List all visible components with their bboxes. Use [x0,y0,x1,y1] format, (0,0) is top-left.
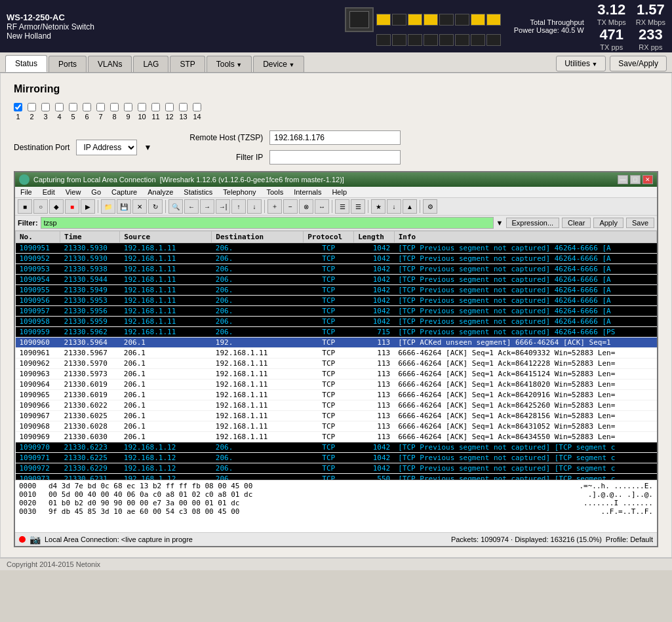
save-filter-button[interactable]: Save [626,218,654,228]
table-row[interactable]: 109097021330.6223192.168.1.12206.TCP1042… [16,442,657,453]
port-checkbox-1[interactable]: 1 [14,103,22,121]
menu-statistics[interactable]: Statistics [181,187,215,197]
port-checkbox-2[interactable]: 2 [28,103,36,121]
tb-new[interactable]: ■ [18,199,32,214]
tab-status[interactable]: Status [5,55,47,72]
port-cell [439,14,454,26]
table-row[interactable]: 109097221330.6229192.168.1.12206.TCP1042… [16,463,657,474]
tb-zoom-out[interactable]: − [283,199,298,214]
port-checkbox-9[interactable]: 9 [124,103,132,121]
clear-button[interactable]: Clear [562,218,591,228]
port-checkbox-13[interactable]: 13 [179,103,188,121]
tb-settings[interactable]: ⚙ [423,199,437,214]
filter-input[interactable]: tzsp [41,217,494,229]
tb-open-file[interactable]: 📁 [101,199,115,214]
port-checkbox-7[interactable]: 7 [96,103,105,121]
table-row[interactable]: 109096521330.6019206.1192.168.1.11TCP113… [16,390,657,400]
table-row[interactable]: 109096921330.6030206.1192.168.1.11TCP113… [16,432,657,442]
menu-capture[interactable]: Capture [109,187,140,197]
expression-button[interactable]: Expression... [506,218,560,228]
form-section: Destination Port IP Address Port 1 Port … [14,130,658,165]
tb-save[interactable]: ◆ [49,199,64,214]
table-row[interactable]: 109096121330.5967206.1192.168.1.11TCP113… [16,348,657,359]
menu-telephony[interactable]: Telephony [220,187,258,197]
tb-colorize[interactable]: ★ [371,199,385,214]
tb-down[interactable]: ↓ [247,199,262,214]
table-row[interactable]: 109096421330.6019206.1192.168.1.11TCP113… [16,379,657,390]
wireshark-filterbar: Filter: tzsp ▼ Expression... Clear Apply… [15,216,657,231]
tb-pkt-detail[interactable]: ☰ [351,199,365,214]
filter-ip-input[interactable] [269,150,401,165]
tb-zoom-reset[interactable]: ⊗ [299,199,313,214]
tb-open[interactable]: ○ [33,199,48,214]
tb-up[interactable]: ↑ [231,199,246,214]
tb-zoom-in[interactable]: ＋ [267,199,282,214]
tb-find[interactable]: 🔍 [168,199,183,214]
tb-stop[interactable]: ■ [65,199,79,214]
menu-edit[interactable]: Edit [40,187,58,197]
menu-tools[interactable]: Tools [264,187,287,197]
tb-next[interactable]: → [200,199,214,214]
filter-dropdown-icon[interactable]: ▼ [496,219,504,227]
port-checkbox-10[interactable]: 10 [138,103,146,121]
table-row[interactable]: 109095421330.5944192.168.1.11206.TCP1042… [16,275,657,285]
table-row[interactable]: 109097121330.6225192.168.1.12206.TCP1042… [16,453,657,463]
port-checkbox-11[interactable]: 11 [151,103,160,121]
menu-view[interactable]: View [63,187,84,197]
table-row[interactable]: 109096221330.5970206.1192.168.1.11TCP113… [16,359,657,369]
menu-analyze[interactable]: Analyze [145,187,176,197]
table-row[interactable]: 109095821330.5959192.168.1.11206.TCP1042… [16,317,657,327]
table-row[interactable]: 109097321330.6231192.168.1.12206.TCP550[… [16,474,657,480]
menu-internals[interactable]: Internals [291,187,324,197]
utilities-button[interactable]: Utilities [556,56,606,71]
table-row[interactable]: 109095521330.5949192.168.1.11206.TCP1042… [16,285,657,296]
table-row[interactable]: 109096621330.6022206.1192.168.1.11TCP113… [16,400,657,411]
menu-file[interactable]: File [18,187,35,197]
table-row[interactable]: 109096021330.5964206.1192.TCP113[TCP ACK… [16,338,657,348]
port-checkbox-3[interactable]: 3 [41,103,50,121]
tab-tools[interactable]: Tools [207,56,252,72]
table-row[interactable]: 109095921330.5962192.168.1.11206.TCP715[… [16,327,657,338]
tab-device[interactable]: Device [253,56,304,72]
port-checkbox-5[interactable]: 5 [69,103,77,121]
table-row[interactable]: 109096821330.6028206.1192.168.1.11TCP113… [16,421,657,432]
maximize-button[interactable]: □ [630,175,641,184]
apply-button[interactable]: Apply [593,218,623,228]
packet-list[interactable]: No. Time Source Destination Protocol Len… [15,231,657,480]
tb-goto[interactable]: →| [216,199,230,214]
port-checkbox-8[interactable]: 8 [110,103,119,121]
table-row[interactable]: 109095621330.5953192.168.1.11206.TCP1042… [16,296,657,306]
tb-zoom-graph[interactable]: ▲ [403,199,417,214]
filter-label: Filter: [18,219,38,227]
menu-help[interactable]: Help [329,187,349,197]
table-row[interactable]: 109095321330.5938192.168.1.11206.TCP1042… [16,264,657,275]
tab-lag[interactable]: LAG [133,56,168,72]
menu-go[interactable]: Go [89,187,104,197]
port-checkbox-14[interactable]: 14 [193,103,201,121]
tb-prev[interactable]: ← [184,199,199,214]
table-row[interactable]: 109096721330.6025206.1192.168.1.11TCP113… [16,411,657,421]
tb-pkt-list[interactable]: ☰ [335,199,349,214]
table-row[interactable]: 109095721330.5956192.168.1.11206.TCP1042… [16,306,657,317]
tab-vlans[interactable]: VLANs [88,56,132,72]
tab-stp[interactable]: STP [170,56,205,72]
close-button[interactable]: ✕ [642,175,653,184]
save-apply-button[interactable]: Save/Apply [610,56,667,71]
remote-host-input[interactable]: 192.168.1.176 [269,130,401,145]
port-checkbox-6[interactable]: 6 [83,103,91,121]
port-checkbox-4[interactable]: 4 [55,103,64,121]
port-checkbox-12[interactable]: 12 [165,103,174,121]
tb-autoscroll[interactable]: ↓ [387,199,401,214]
tb-save-file[interactable]: 💾 [117,199,131,214]
tb-restart[interactable]: ▶ [81,199,95,214]
dest-port-select[interactable]: IP Address Port 1 Port 2 [76,140,137,155]
tb-reload[interactable]: ↻ [148,199,163,214]
minimize-button[interactable]: — [618,175,628,184]
tb-resize[interactable]: ↔ [315,199,329,214]
device-brand: RF Armor/Netonix Switch [7,22,332,31]
table-row[interactable]: 109096321330.5973206.1192.168.1.11TCP113… [16,369,657,379]
table-row[interactable]: 109095121330.5930192.168.1.11206.TCP1042… [16,243,657,254]
tab-ports[interactable]: Ports [49,56,87,72]
tb-close[interactable]: ✕ [132,199,147,214]
table-row[interactable]: 109095221330.5930192.168.1.11206.TCP1042… [16,254,657,264]
